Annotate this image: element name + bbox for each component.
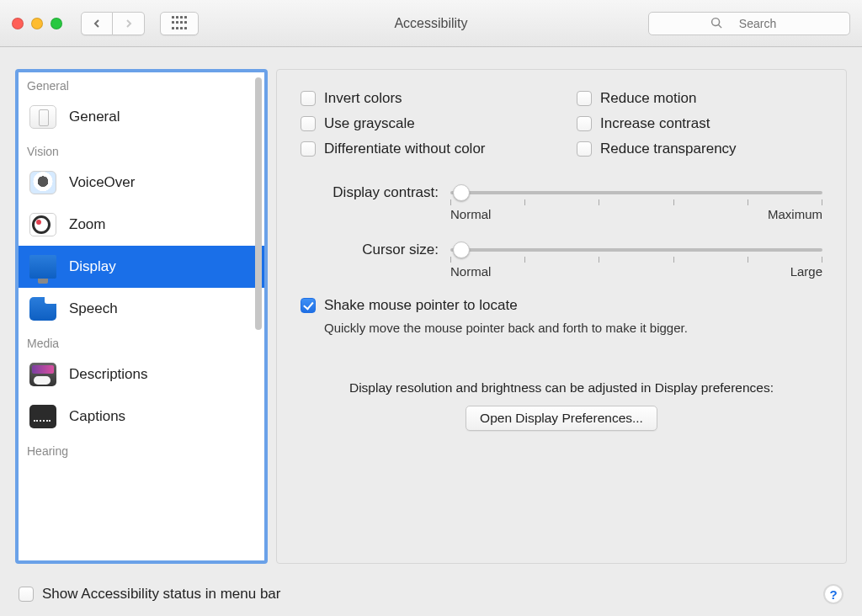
slider-min-label: Normal [450,207,491,221]
checkbox-label: Invert colors [324,90,402,107]
checkbox-icon [19,587,34,602]
speech-icon [29,297,56,321]
help-button[interactable]: ? [823,584,843,604]
display-contrast-slider[interactable] [450,191,822,194]
slider-end-labels: Normal Maximum [450,207,822,221]
sidebar-item-display[interactable]: Display [19,246,264,288]
forward-button[interactable] [113,12,145,35]
sidebar-item-speech[interactable]: Speech [19,288,264,330]
slider-max-label: Maximum [768,207,822,221]
close-window-button[interactable] [12,18,24,29]
check-status-in-menu-bar[interactable]: Show Accessibility status in menu bar [19,586,280,603]
check-use-grayscale[interactable]: Use grayscale [301,115,546,132]
window-titlebar: Accessibility [0,0,862,47]
checkbox-label: Use grayscale [324,115,415,132]
zoom-window-button[interactable] [51,18,62,29]
checkbox-icon [301,116,316,131]
display-preferences-note: Display resolution and brightness can be… [301,380,822,396]
checkbox-label: Shake mouse pointer to locate [324,297,518,314]
sidebar-item-label: Captions [69,408,125,425]
general-icon [29,105,56,129]
shake-pointer-hint: Quickly move the mouse pointer back and … [324,321,822,335]
traffic-lights [12,18,62,29]
checkbox-label: Show Accessibility status in menu bar [42,586,280,603]
slider-ticks [450,257,822,263]
sidebar-section-hearing: Hearing [19,438,264,461]
slider-min-label: Normal [450,264,491,279]
sidebar-item-captions[interactable]: Captions [19,396,264,438]
voiceover-icon [29,171,56,194]
sidebar-item-descriptions[interactable]: Descriptions [19,353,264,396]
check-invert-colors[interactable]: Invert colors [301,90,546,107]
checkbox-icon [301,298,316,313]
checkbox-icon [577,141,592,157]
slider-ticks [450,199,822,205]
check-differentiate-without-color[interactable]: Differentiate without color [301,141,546,157]
check-reduce-motion[interactable]: Reduce motion [577,90,822,107]
sidebar-item-label: Speech [69,300,118,317]
grid-icon [172,16,187,31]
slider-thumb[interactable] [453,184,470,201]
checkbox-label: Reduce motion [600,90,696,107]
open-display-preferences-button[interactable]: Open Display Preferences... [466,406,657,431]
checkbox-label: Differentiate without color [324,141,486,157]
check-shake-pointer[interactable]: Shake mouse pointer to locate [301,297,822,314]
slider-thumb[interactable] [453,242,470,258]
search-field-wrap [648,12,850,35]
sidebar-section-vision: Vision [19,138,264,162]
zoom-icon [29,213,56,236]
sidebar-item-label: General [69,109,120,125]
checkbox-icon [301,91,316,106]
bottom-bar: Show Accessibility status in menu bar ? [0,572,862,616]
sidebar: General General Vision VoiceOver Zoom Di… [15,69,268,564]
checkbox-icon [577,116,592,131]
main-panel: Invert colors Reduce motion Use grayscal… [276,69,847,564]
sidebar-item-voiceover[interactable]: VoiceOver [19,162,264,204]
nav-back-forward [81,12,145,35]
sidebar-item-zoom[interactable]: Zoom [19,204,264,246]
search-icon [710,17,723,29]
slider-end-labels: Normal Large [450,264,822,279]
checkbox-icon [301,141,316,157]
captions-icon [29,405,56,428]
check-increase-contrast[interactable]: Increase contrast [577,115,822,132]
checkbox-icon [577,91,592,106]
sidebar-scrollbar[interactable] [255,77,262,330]
back-button[interactable] [81,12,113,35]
sidebar-item-label: Descriptions [69,366,148,383]
show-all-preferences-button[interactable] [160,12,199,35]
checkbox-label: Reduce transparency [600,141,737,157]
sidebar-section-general: General [19,72,264,96]
sidebar-item-label: VoiceOver [69,174,135,191]
descriptions-icon [29,363,56,386]
check-reduce-transparency[interactable]: Reduce transparency [577,141,822,157]
cursor-size-slider[interactable] [450,248,822,252]
slider-max-label: Large [790,264,822,279]
sidebar-item-general[interactable]: General [19,96,264,138]
checkbox-label: Increase contrast [600,115,710,132]
display-contrast-label: Display contrast: [301,183,450,201]
sidebar-item-label: Display [69,258,116,275]
minimize-window-button[interactable] [31,18,43,29]
cursor-size-row: Cursor size: Normal Large [301,240,822,279]
sidebar-section-media: Media [19,330,264,353]
search-input[interactable] [648,12,850,35]
sidebar-item-label: Zoom [69,216,105,233]
display-icon [29,255,56,279]
display-contrast-row: Display contrast: Normal Maximum [301,183,822,221]
cursor-size-label: Cursor size: [301,240,450,258]
